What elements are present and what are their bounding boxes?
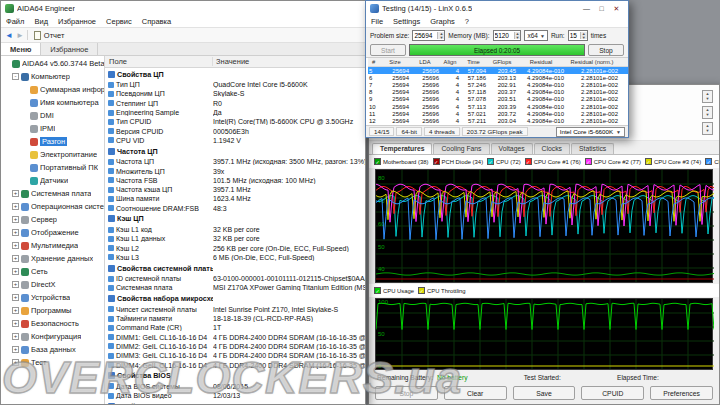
result-row[interactable]: 92569425696457.078203.514.29084e-0102.28…	[368, 96, 628, 103]
menu-item[interactable]: ?	[460, 17, 474, 26]
sidebar-item[interactable]: +Отображение	[1, 226, 104, 239]
table-row[interactable]: Шина памяти1623.4 MHz	[105, 194, 365, 203]
spinner-control[interactable]: ▲▼	[702, 90, 713, 103]
sidebar-item[interactable]: +Тест	[1, 356, 104, 369]
memory-value[interactable]	[494, 31, 514, 40]
expand-icon[interactable]: +	[12, 346, 19, 353]
column-header[interactable]: GFlops	[488, 59, 518, 65]
problem-size-value[interactable]	[413, 31, 437, 40]
sidebar-item[interactable]: AIDA64 v5.60.3744 Beta	[1, 57, 104, 70]
legend-checkbox[interactable]: ✓	[374, 287, 381, 294]
table-row[interactable]: Engineering SampleДа	[105, 108, 365, 117]
spinner-control[interactable]: ▲▼	[702, 106, 713, 119]
linx-titlebar[interactable]: Testing (14/15) - LinX 0.6.5 — □ ✕	[366, 1, 628, 16]
sidebar-item[interactable]: Разгон	[1, 135, 104, 148]
sidebar-item[interactable]: Имя компьютера	[1, 96, 104, 109]
spinner-icon[interactable]: ▲▼	[514, 32, 521, 39]
sidebar-item[interactable]: IPMI	[1, 122, 104, 135]
result-row[interactable]: 122569425696457.211203.044.29084e-0102.2…	[368, 117, 628, 124]
memory-input[interactable]: ▲▼	[493, 30, 522, 41]
table-row[interactable]: Частота кэша ЦП3957.1 MHz	[105, 185, 365, 194]
expand-icon[interactable]: +	[12, 320, 19, 327]
legend-item[interactable]: ✓CPU Throttling	[418, 287, 466, 294]
legend-item[interactable]: ✓PCH Diode (34)	[433, 158, 484, 165]
menu-item[interactable]: Graphs	[425, 17, 460, 26]
table-row[interactable]: Множитель ЦП39x	[105, 166, 365, 175]
column-header-field[interactable]: Поле	[105, 57, 213, 66]
legend-checkbox[interactable]: ✓	[433, 158, 440, 165]
legend-checkbox[interactable]: ✓	[374, 158, 381, 165]
spinner-control[interactable]: ▲▼	[702, 122, 713, 135]
sidebar-item[interactable]: +Устройства	[1, 291, 104, 304]
sidebar-item[interactable]: +Системная плата	[1, 187, 104, 200]
sidebar-item[interactable]: Электропитание	[1, 148, 104, 161]
table-row[interactable]: Дата BIOS видео12/03/13	[105, 391, 365, 400]
legend-item[interactable]: ✓Motherboard (38)	[374, 158, 429, 165]
table-row[interactable]: Кэш L2256 KB per core (On-Die, ECC, Full…	[105, 243, 365, 252]
table-row[interactable]: DIMM3: GeIL CL16-16-16 D44 ГБ DDR4-2400 …	[105, 351, 365, 360]
expand-icon[interactable]: +	[12, 333, 19, 340]
table-row[interactable]: Тип ЦПQuadCore Intel Core i5-6600K	[105, 80, 365, 89]
aida-titlebar[interactable]: AIDA64 Engineer	[1, 1, 365, 16]
sidebar-tab[interactable]: Меню	[1, 43, 41, 55]
table-row[interactable]: Дата BIOS системы08/06/2015	[105, 382, 365, 391]
legend-item[interactable]: ✓CPU Core #1 (76)	[525, 158, 581, 165]
sidebar-item[interactable]: DMI	[1, 109, 104, 122]
result-row[interactable]: 52569425696457.094203.454.29084e-0102.28…	[368, 67, 628, 74]
tab-temperatures[interactable]: Temperatures	[372, 143, 432, 154]
sidebar-item[interactable]: +Конфигурация	[1, 330, 104, 343]
sidebar-item[interactable]: +DirectX	[1, 278, 104, 291]
menu-item[interactable]: Избранное	[53, 17, 101, 26]
spinner-icon[interactable]: ▲▼	[580, 32, 587, 39]
table-row[interactable]: DIMM1: GeIL CL16-16-16 D44 ГБ DDR4-2400 …	[105, 333, 365, 342]
forward-icon[interactable]: ►	[16, 31, 24, 40]
table-row[interactable]: DIMM2: GeIL CL16-16-16 D44 ГБ DDR4-2400 …	[105, 342, 365, 351]
cpu-selector[interactable]: Intel Core i5-6600K▼	[556, 127, 625, 137]
legend-checkbox[interactable]: ✓	[645, 158, 652, 165]
clear-button[interactable]: Clear	[444, 386, 507, 400]
legend-checkbox[interactable]: ✓	[418, 287, 425, 294]
table-row[interactable]: Степпинг ЦПR0	[105, 99, 365, 108]
sidebar-item[interactable]: Датчики	[1, 174, 104, 187]
legend-checkbox[interactable]: ✓	[525, 158, 532, 165]
table-row[interactable]: Чипсет системной платыIntel Sunrise Poin…	[105, 305, 365, 314]
sidebar-item[interactable]: +База данных	[1, 343, 104, 356]
result-row[interactable]: 112569425696457.021203.724.29084e-0102.2…	[368, 110, 628, 117]
column-header[interactable]: Size	[381, 59, 411, 65]
sidebar-item[interactable]: +Хранение данных	[1, 252, 104, 265]
tab-statistics[interactable]: Statistics	[571, 143, 614, 154]
result-row[interactable]: 72569425696457.246202.914.29084e-0102.28…	[368, 81, 628, 88]
save-button[interactable]: Save	[513, 386, 576, 400]
table-row[interactable]: Кэш L1 код32 KB per core	[105, 225, 365, 234]
problem-size-input[interactable]: ▲▼	[412, 30, 445, 41]
expand-icon[interactable]: +	[12, 229, 19, 236]
table-row[interactable]: DIMM4: GeIL CL16-16-16 D44 ГБ DDR4-2400 …	[105, 360, 365, 369]
menu-item[interactable]: Сервис	[101, 17, 137, 26]
table-row[interactable]: Соотношение DRAM:FSB48:3	[105, 204, 365, 213]
sidebar-item[interactable]: +Сеть	[1, 265, 104, 278]
run-count-input[interactable]: ▲▼	[568, 30, 588, 41]
expand-icon[interactable]: +	[12, 281, 19, 288]
sidebar-item[interactable]: -Компьютер	[1, 70, 104, 83]
table-row[interactable]: Кэш L36 МБ (On-Die, ECC, Full-Speed)	[105, 253, 365, 262]
menu-item[interactable]: Справка	[137, 17, 176, 26]
table-row[interactable]: Псевдоним ЦПSkylake-S	[105, 89, 365, 98]
column-header[interactable]: Time	[461, 59, 488, 65]
report-button[interactable]: Отчет	[31, 31, 68, 40]
menu-item[interactable]: Файл	[1, 17, 29, 26]
sidebar-item[interactable]: Портативный ПК	[1, 161, 104, 174]
expand-icon[interactable]: +	[12, 216, 19, 223]
legend-item[interactable]: ✓CPU Usage	[374, 287, 414, 294]
sidebar-tab[interactable]: Избранное	[41, 43, 98, 55]
menu-item[interactable]: Вид	[29, 17, 53, 26]
preferences-button[interactable]: Preferences	[650, 386, 713, 400]
sidebar-item[interactable]: +Программы	[1, 304, 104, 317]
cpuid-button[interactable]: CPUID	[581, 386, 644, 400]
legend-item[interactable]: ✓CPU Core #4 (71)	[705, 158, 719, 165]
sidebar-item[interactable]: +Мультимедиа	[1, 239, 104, 252]
result-row[interactable]: 82569425696457.118203.374.29084e-0102.28…	[368, 89, 628, 96]
table-row[interactable]: Частота FSB101.5 MHz (исходная: 100 MHz)	[105, 176, 365, 185]
arch-select[interactable]: x64 ▼	[524, 30, 547, 41]
menu-item[interactable]: File	[366, 17, 388, 26]
legend-checkbox[interactable]: ✓	[705, 158, 712, 165]
